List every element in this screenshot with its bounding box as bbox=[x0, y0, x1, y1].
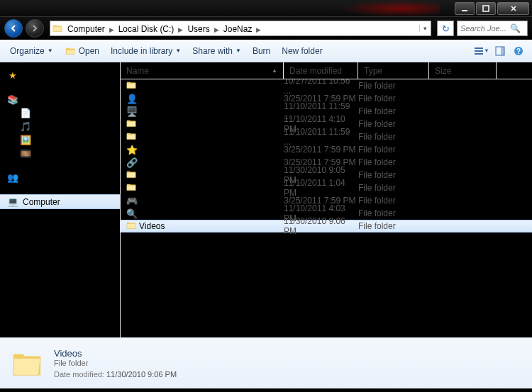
file-name: Downloads bbox=[139, 132, 284, 142]
chevron-right-icon[interactable]: ▶ bbox=[255, 26, 262, 33]
open-button[interactable]: Open bbox=[60, 44, 104, 58]
svg-rect-0 bbox=[462, 10, 467, 11]
details-type: File folder bbox=[54, 359, 177, 367]
file-list: .ufsxsci10/27/2011 10:56 ...File folder👤… bbox=[121, 79, 532, 337]
file-row[interactable]: Pictures11/10/2011 1:04 PMFile folder bbox=[121, 181, 532, 194]
breadcrumb-segment[interactable]: Local Disk (C:) bbox=[116, 24, 177, 34]
sidebar-item-label: Music bbox=[35, 122, 57, 132]
column-size[interactable]: Size bbox=[429, 62, 497, 79]
address-bar[interactable]: Computer▶Local Disk (C:)▶Users▶JoeNaz▶ ▾ bbox=[50, 21, 431, 36]
computer-icon: 💻 bbox=[7, 196, 18, 207]
star-icon: ★ bbox=[7, 69, 18, 81]
breadcrumb[interactable]: Computer▶Local Disk (C:)▶Users▶JoeNaz▶ bbox=[65, 22, 262, 35]
file-type: File folder bbox=[358, 145, 429, 155]
file-name: Contacts bbox=[139, 94, 284, 103]
command-bar: Organize▼ Open Include in library▼ Share… bbox=[0, 40, 532, 62]
folder-icon: 🎮 bbox=[126, 196, 139, 206]
title-bar bbox=[0, 0, 532, 17]
aero-decoration bbox=[340, 0, 440, 17]
folder-icon: 🔗 bbox=[126, 157, 139, 168]
include-in-library-menu[interactable]: Include in library▼ bbox=[106, 44, 185, 58]
file-row[interactable]: ⭐Favorites3/25/2011 7:59 PMFile folder bbox=[121, 143, 532, 156]
breadcrumb-segment[interactable]: Users bbox=[184, 24, 212, 34]
file-date: 11/10/2011 1:04 PM bbox=[284, 178, 358, 198]
file-list-area: Name▲ Date modified Type Size .ufsxsci10… bbox=[121, 62, 532, 337]
file-type: File folder bbox=[358, 119, 429, 129]
file-type: File folder bbox=[358, 106, 429, 116]
svg-rect-3 bbox=[475, 50, 483, 52]
homegroup-item[interactable]: 👥Homegroup bbox=[0, 170, 120, 184]
homegroup-icon: 👥 bbox=[7, 172, 18, 183]
network-icon: 🖧 bbox=[7, 220, 18, 232]
file-name: Documents bbox=[139, 119, 284, 129]
svg-text:?: ? bbox=[516, 47, 521, 55]
breadcrumb-segment[interactable]: Computer bbox=[65, 24, 108, 34]
network-item[interactable]: 🖧Network bbox=[0, 219, 120, 233]
search-box[interactable]: 🔍 bbox=[457, 21, 528, 36]
file-type: File folder bbox=[358, 208, 429, 218]
refresh-button[interactable]: ↻ bbox=[437, 21, 454, 36]
file-type: File folder bbox=[358, 183, 429, 193]
search-input[interactable] bbox=[460, 24, 510, 33]
folder-icon bbox=[126, 182, 139, 194]
column-type[interactable]: Type bbox=[358, 62, 429, 79]
file-date: 3/25/2011 7:59 PM bbox=[284, 145, 358, 155]
close-button[interactable] bbox=[497, 2, 529, 15]
burn-button[interactable]: Burn bbox=[248, 44, 275, 58]
details-modified: Date modified: 11/30/2010 9:06 PM bbox=[54, 370, 177, 379]
library-icon: 🖼️ bbox=[20, 135, 31, 145]
library-icon: 🎞️ bbox=[20, 148, 31, 159]
column-name[interactable]: Name▲ bbox=[121, 62, 284, 79]
file-name: Videos bbox=[139, 221, 284, 231]
folder-icon bbox=[126, 118, 139, 130]
new-folder-button[interactable]: New folder bbox=[277, 44, 326, 58]
organize-menu[interactable]: Organize▼ bbox=[6, 44, 57, 58]
file-name: .ufsxsci bbox=[139, 81, 284, 91]
file-row[interactable]: Downloads11/10/2011 11:59 ...File folder bbox=[121, 130, 532, 143]
library-icon: 🎵 bbox=[20, 121, 31, 132]
details-pane: Videos File folder Date modified: 11/30/… bbox=[0, 337, 532, 388]
computer-item[interactable]: 💻Computer bbox=[0, 194, 120, 209]
file-row[interactable]: Videos11/30/2010 9:06 PMFile folder bbox=[121, 220, 532, 233]
help-button[interactable]: ? bbox=[511, 43, 526, 59]
sidebar-item-videos[interactable]: 🎞️Videos bbox=[0, 147, 120, 160]
svg-rect-4 bbox=[475, 53, 483, 55]
forward-button[interactable] bbox=[26, 19, 44, 38]
address-dropdown[interactable]: ▾ bbox=[419, 25, 431, 32]
sidebar-item-pictures[interactable]: 🖼️Pictures bbox=[0, 133, 120, 147]
favorites-group[interactable]: ★Favorites bbox=[0, 68, 120, 82]
folder-icon bbox=[126, 80, 139, 92]
file-name: Desktop bbox=[139, 106, 284, 116]
folder-icon bbox=[50, 23, 65, 33]
file-name: Searches bbox=[139, 208, 284, 218]
sidebar-item-label: Pictures bbox=[35, 135, 66, 145]
preview-pane-button[interactable] bbox=[492, 43, 508, 59]
folder-icon bbox=[126, 131, 139, 143]
sidebar-item-label: Documents bbox=[35, 108, 79, 118]
file-type: File folder bbox=[358, 157, 429, 167]
sidebar-item-music[interactable]: 🎵Music bbox=[0, 120, 120, 133]
folder-icon: 👤 bbox=[126, 94, 139, 104]
details-title: Videos bbox=[54, 348, 177, 359]
chevron-right-icon[interactable]: ▶ bbox=[108, 26, 116, 33]
sort-indicator: ▲ bbox=[272, 67, 277, 74]
file-type: File folder bbox=[358, 221, 429, 231]
chevron-right-icon[interactable]: ▶ bbox=[213, 26, 221, 33]
libraries-icon: 📚 bbox=[7, 94, 18, 105]
minimize-button[interactable] bbox=[455, 2, 475, 15]
file-row[interactable]: .ufsxsci10/27/2011 10:56 ...File folder bbox=[121, 79, 532, 92]
sidebar-item-documents[interactable]: 📄Documents bbox=[0, 106, 120, 120]
share-with-menu[interactable]: Share with▼ bbox=[188, 44, 245, 58]
chevron-right-icon[interactable]: ▶ bbox=[177, 26, 184, 33]
column-date[interactable]: Date modified bbox=[284, 62, 358, 79]
libraries-group[interactable]: 📚Libraries bbox=[0, 92, 120, 106]
maximize-button[interactable] bbox=[476, 2, 496, 15]
view-options-button[interactable]: ▼ bbox=[474, 43, 489, 59]
back-button[interactable] bbox=[4, 19, 23, 38]
main-content: ★Favorites 📚Libraries 📄Documents🎵Music🖼️… bbox=[0, 62, 532, 337]
file-name: Pictures bbox=[139, 183, 284, 193]
svg-rect-1 bbox=[483, 6, 489, 11]
file-name: Links bbox=[139, 157, 284, 167]
file-type: File folder bbox=[358, 132, 429, 142]
breadcrumb-segment[interactable]: JoeNaz bbox=[221, 24, 255, 34]
